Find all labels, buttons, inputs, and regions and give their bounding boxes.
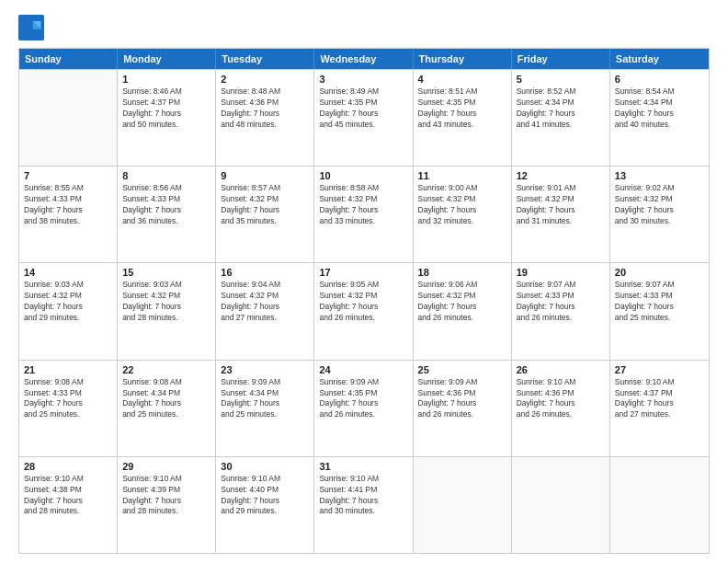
calendar-cell: [512, 457, 610, 553]
day-info: Sunrise: 9:10 AM Sunset: 4:37 PM Dayligh…: [615, 377, 704, 421]
day-number: 25: [418, 364, 506, 375]
day-number: 30: [221, 461, 309, 472]
calendar-row: 1Sunrise: 8:46 AM Sunset: 4:37 PM Daylig…: [19, 69, 709, 166]
day-info: Sunrise: 9:08 AM Sunset: 4:34 PM Dayligh…: [122, 377, 210, 421]
calendar-cell: 3Sunrise: 8:49 AM Sunset: 4:35 PM Daylig…: [314, 70, 413, 166]
day-number: 16: [221, 267, 309, 278]
calendar-cell: 11Sunrise: 9:00 AM Sunset: 4:32 PM Dayli…: [414, 167, 512, 262]
calendar-cell: 14Sunrise: 9:03 AM Sunset: 4:32 PM Dayli…: [19, 263, 118, 359]
calendar-cell: 10Sunrise: 8:58 AM Sunset: 4:32 PM Dayli…: [314, 167, 413, 262]
day-info: Sunrise: 9:10 AM Sunset: 4:39 PM Dayligh…: [122, 474, 210, 518]
calendar-cell: [19, 70, 118, 166]
calendar-cell: 28Sunrise: 9:10 AM Sunset: 4:38 PM Dayli…: [19, 457, 118, 553]
day-number: 29: [122, 461, 210, 472]
calendar-cell: 6Sunrise: 8:54 AM Sunset: 4:34 PM Daylig…: [610, 70, 709, 166]
day-number: 18: [418, 267, 506, 278]
day-number: 10: [319, 170, 407, 181]
day-number: 26: [517, 364, 605, 375]
logo-icon: [18, 15, 44, 40]
day-info: Sunrise: 9:03 AM Sunset: 4:32 PM Dayligh…: [24, 280, 112, 324]
day-number: 28: [24, 461, 112, 472]
day-info: Sunrise: 9:07 AM Sunset: 4:33 PM Dayligh…: [517, 280, 605, 324]
day-number: 21: [24, 364, 112, 375]
day-number: 15: [122, 267, 210, 278]
calendar-cell: 23Sunrise: 9:09 AM Sunset: 4:34 PM Dayli…: [216, 361, 314, 456]
day-number: 24: [319, 364, 407, 375]
day-info: Sunrise: 8:54 AM Sunset: 4:34 PM Dayligh…: [615, 86, 704, 131]
day-info: Sunrise: 9:03 AM Sunset: 4:32 PM Dayligh…: [122, 280, 210, 324]
day-number: 9: [221, 170, 309, 181]
calendar-cell: 2Sunrise: 8:48 AM Sunset: 4:36 PM Daylig…: [216, 70, 314, 166]
day-number: 8: [122, 170, 210, 181]
calendar-cell: 27Sunrise: 9:10 AM Sunset: 4:37 PM Dayli…: [610, 361, 709, 456]
day-info: Sunrise: 8:56 AM Sunset: 4:33 PM Dayligh…: [122, 183, 210, 227]
calendar-cell: 29Sunrise: 9:10 AM Sunset: 4:39 PM Dayli…: [118, 457, 216, 553]
calendar-cell: 31Sunrise: 9:10 AM Sunset: 4:41 PM Dayli…: [314, 457, 413, 553]
day-info: Sunrise: 9:01 AM Sunset: 4:32 PM Dayligh…: [517, 183, 605, 227]
calendar-cell: [610, 457, 709, 553]
calendar-cell: 17Sunrise: 9:05 AM Sunset: 4:32 PM Dayli…: [314, 263, 413, 359]
calendar-body: 1Sunrise: 8:46 AM Sunset: 4:37 PM Daylig…: [19, 69, 709, 553]
weekday-header: Monday: [118, 49, 216, 69]
day-info: Sunrise: 9:08 AM Sunset: 4:33 PM Dayligh…: [24, 377, 112, 421]
day-info: Sunrise: 8:52 AM Sunset: 4:34 PM Dayligh…: [517, 86, 605, 131]
day-info: Sunrise: 9:10 AM Sunset: 4:38 PM Dayligh…: [24, 474, 112, 518]
calendar-cell: 24Sunrise: 9:09 AM Sunset: 4:35 PM Dayli…: [314, 361, 413, 456]
day-number: 20: [615, 267, 704, 278]
day-info: Sunrise: 9:10 AM Sunset: 4:41 PM Dayligh…: [319, 474, 407, 518]
calendar-cell: 12Sunrise: 9:01 AM Sunset: 4:32 PM Dayli…: [512, 167, 610, 262]
day-number: 7: [24, 170, 112, 181]
day-info: Sunrise: 8:51 AM Sunset: 4:35 PM Dayligh…: [418, 86, 506, 131]
weekday-header: Tuesday: [216, 49, 314, 69]
calendar-header: SundayMondayTuesdayWednesdayThursdayFrid…: [19, 49, 709, 69]
weekday-header: Friday: [512, 49, 610, 69]
day-info: Sunrise: 9:09 AM Sunset: 4:35 PM Dayligh…: [319, 377, 407, 421]
day-number: 17: [319, 267, 407, 278]
day-info: Sunrise: 9:06 AM Sunset: 4:32 PM Dayligh…: [418, 280, 506, 324]
day-info: Sunrise: 9:10 AM Sunset: 4:40 PM Dayligh…: [221, 474, 309, 518]
calendar-cell: 1Sunrise: 8:46 AM Sunset: 4:37 PM Daylig…: [118, 70, 216, 166]
calendar-cell: 21Sunrise: 9:08 AM Sunset: 4:33 PM Dayli…: [19, 361, 118, 456]
weekday-header: Wednesday: [314, 49, 413, 69]
header: [18, 15, 710, 40]
day-info: Sunrise: 9:05 AM Sunset: 4:32 PM Dayligh…: [319, 280, 407, 324]
calendar-cell: 22Sunrise: 9:08 AM Sunset: 4:34 PM Dayli…: [118, 361, 216, 456]
day-info: Sunrise: 8:46 AM Sunset: 4:37 PM Dayligh…: [122, 86, 210, 131]
calendar-cell: 15Sunrise: 9:03 AM Sunset: 4:32 PM Dayli…: [118, 263, 216, 359]
day-number: 11: [418, 170, 506, 181]
calendar-cell: 30Sunrise: 9:10 AM Sunset: 4:40 PM Dayli…: [216, 457, 314, 553]
day-info: Sunrise: 9:04 AM Sunset: 4:32 PM Dayligh…: [221, 280, 309, 324]
calendar-row: 21Sunrise: 9:08 AM Sunset: 4:33 PM Dayli…: [19, 360, 709, 456]
calendar-page: SundayMondayTuesdayWednesdayThursdayFrid…: [0, 0, 728, 563]
day-info: Sunrise: 8:57 AM Sunset: 4:32 PM Dayligh…: [221, 183, 309, 227]
calendar: SundayMondayTuesdayWednesdayThursdayFrid…: [18, 48, 710, 554]
day-info: Sunrise: 8:55 AM Sunset: 4:33 PM Dayligh…: [24, 183, 112, 227]
calendar-row: 14Sunrise: 9:03 AM Sunset: 4:32 PM Dayli…: [19, 262, 709, 359]
day-info: Sunrise: 9:09 AM Sunset: 4:34 PM Dayligh…: [221, 377, 309, 421]
day-info: Sunrise: 8:58 AM Sunset: 4:32 PM Dayligh…: [319, 183, 407, 227]
calendar-cell: 13Sunrise: 9:02 AM Sunset: 4:32 PM Dayli…: [610, 167, 709, 262]
day-info: Sunrise: 9:09 AM Sunset: 4:36 PM Dayligh…: [418, 377, 506, 421]
day-info: Sunrise: 9:00 AM Sunset: 4:32 PM Dayligh…: [418, 183, 506, 227]
calendar-cell: 9Sunrise: 8:57 AM Sunset: 4:32 PM Daylig…: [216, 167, 314, 262]
calendar-row: 28Sunrise: 9:10 AM Sunset: 4:38 PM Dayli…: [19, 456, 709, 553]
day-info: Sunrise: 9:07 AM Sunset: 4:33 PM Dayligh…: [615, 280, 704, 324]
calendar-cell: 7Sunrise: 8:55 AM Sunset: 4:33 PM Daylig…: [19, 167, 118, 262]
day-number: 19: [517, 267, 605, 278]
logo: [18, 15, 48, 40]
day-number: 5: [517, 74, 605, 85]
day-number: 14: [24, 267, 112, 278]
calendar-cell: [414, 457, 512, 553]
calendar-cell: 4Sunrise: 8:51 AM Sunset: 4:35 PM Daylig…: [414, 70, 512, 166]
calendar-cell: 20Sunrise: 9:07 AM Sunset: 4:33 PM Dayli…: [610, 263, 709, 359]
day-number: 27: [615, 364, 704, 375]
calendar-row: 7Sunrise: 8:55 AM Sunset: 4:33 PM Daylig…: [19, 166, 709, 262]
calendar-cell: 18Sunrise: 9:06 AM Sunset: 4:32 PM Dayli…: [414, 263, 512, 359]
calendar-cell: 8Sunrise: 8:56 AM Sunset: 4:33 PM Daylig…: [118, 167, 216, 262]
day-number: 6: [615, 74, 704, 85]
calendar-cell: 16Sunrise: 9:04 AM Sunset: 4:32 PM Dayli…: [216, 263, 314, 359]
day-number: 12: [517, 170, 605, 181]
day-number: 13: [615, 170, 704, 181]
weekday-header: Saturday: [610, 49, 709, 69]
day-info: Sunrise: 9:02 AM Sunset: 4:32 PM Dayligh…: [615, 183, 704, 227]
